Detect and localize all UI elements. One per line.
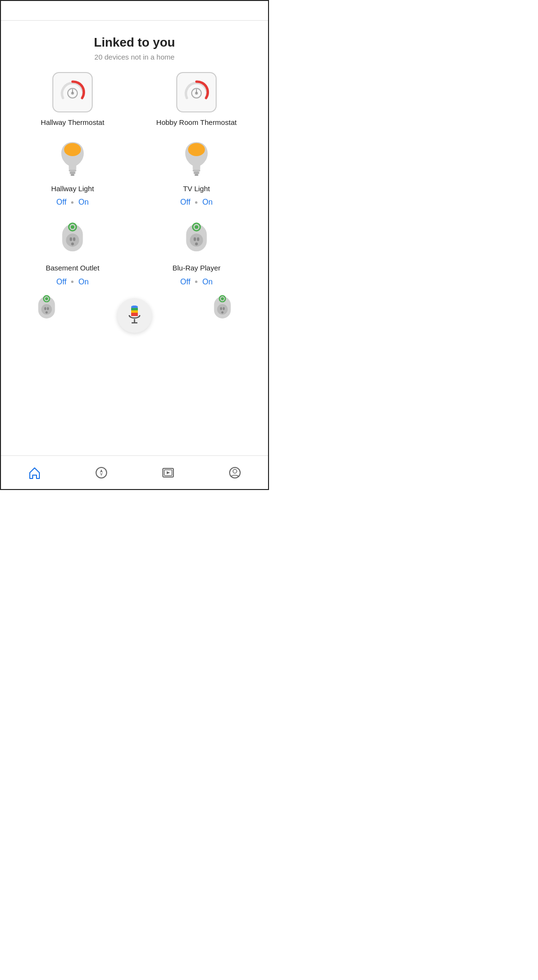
svg-point-23: [71, 243, 74, 245]
bluray-outlet-icon: [179, 218, 214, 258]
device-tv-light[interactable]: TV Light Off On: [134, 137, 258, 207]
hallway-light-dot: [71, 201, 73, 204]
hallway-light-toggle: Off On: [56, 198, 88, 207]
compass-icon: [95, 466, 108, 479]
svg-rect-51: [220, 307, 222, 310]
svg-point-16: [71, 225, 74, 229]
partial-right-outlet: [206, 291, 239, 324]
hallway-thermostat-name: Hallway Thermostat: [41, 118, 104, 127]
bluray-outlet-icon-wrap: [175, 216, 218, 259]
tv-light-on[interactable]: On: [202, 198, 212, 207]
svg-point-49: [221, 297, 224, 300]
svg-rect-36: [47, 307, 49, 310]
tv-light-icon: [179, 139, 214, 178]
svg-point-26: [195, 225, 198, 229]
basement-outlet-icon: [55, 218, 90, 258]
partial-left-outlet: [30, 291, 63, 324]
bluray-player-name: Blu-Ray Player: [172, 263, 220, 273]
device-grid: Hallway Thermostat Hobby Room Thermostat: [1, 66, 268, 286]
thermostat-icon-wrap-hobby: [175, 71, 218, 114]
svg-rect-7: [69, 169, 76, 172]
svg-point-30: [195, 243, 198, 245]
svg-rect-28: [194, 237, 196, 241]
svg-rect-35: [44, 307, 46, 310]
device-hobby-thermostat[interactable]: Hobby Room Thermostat: [134, 71, 258, 127]
device-bluray-player[interactable]: Blu-Ray Player Off On: [134, 216, 258, 286]
tv-light-dot: [195, 201, 197, 204]
svg-marker-56: [100, 473, 103, 476]
svg-marker-59: [167, 471, 170, 474]
svg-point-6: [64, 143, 81, 156]
thermostat-box-hallway: [52, 72, 93, 112]
nav-profile[interactable]: [228, 466, 242, 479]
bluray-toggle: Off On: [180, 278, 212, 286]
basement-outlet-on[interactable]: On: [78, 278, 88, 286]
bluray-off[interactable]: Off: [180, 278, 190, 286]
hallway-light-icon: [55, 139, 90, 178]
hallway-light-name: Hallway Light: [51, 184, 94, 194]
device-hallway-light[interactable]: Hallway Light Off On: [11, 137, 134, 207]
media-icon: [161, 466, 175, 479]
profile-icon: [228, 466, 242, 479]
page-subtitle: 20 devices not in a home: [11, 53, 258, 61]
page-title: Linked to you: [11, 35, 258, 50]
bluray-dot: [195, 281, 197, 283]
basement-outlet-icon-wrap: [51, 216, 94, 259]
svg-rect-22: [73, 237, 75, 241]
mic-icon: [126, 305, 143, 327]
nav-home[interactable]: [28, 466, 41, 479]
basement-outlet-dot: [71, 281, 73, 283]
basement-outlet-name: Basement Outlet: [46, 263, 99, 273]
basement-outlet-toggle: Off On: [56, 278, 88, 286]
tv-light-name: TV Light: [183, 184, 210, 194]
header: Linked to you 20 devices not in a home: [1, 21, 268, 66]
svg-rect-12: [194, 172, 199, 174]
svg-rect-45: [131, 310, 138, 313]
device-hallway-thermostat[interactable]: Hallway Thermostat: [11, 71, 134, 127]
svg-point-53: [221, 311, 224, 313]
hallway-light-on[interactable]: On: [78, 198, 88, 207]
hallway-light-off[interactable]: Off: [56, 198, 66, 207]
hallway-thermostat-icon: [58, 78, 87, 107]
bluray-on[interactable]: On: [202, 278, 212, 286]
partial-left-outlet-icon: [30, 291, 63, 324]
mic-button[interactable]: [117, 298, 152, 333]
thermostat-box-hobby: [176, 72, 217, 112]
tv-light-off[interactable]: Off: [180, 198, 190, 207]
partial-right-outlet-icon: [206, 291, 239, 324]
svg-rect-11: [193, 169, 200, 172]
nav-media[interactable]: [161, 466, 175, 479]
svg-rect-21: [70, 237, 72, 241]
svg-point-33: [45, 297, 48, 300]
nav-explore[interactable]: [95, 466, 108, 479]
hobby-thermostat-name: Hobby Room Thermostat: [156, 118, 236, 127]
svg-rect-9: [71, 174, 74, 176]
svg-point-61: [233, 469, 237, 473]
thermostat-icon-wrap: [51, 71, 94, 114]
tv-light-toggle: Off On: [180, 198, 212, 207]
svg-point-54: [96, 467, 107, 478]
hallway-light-icon-wrap: [51, 137, 94, 180]
home-icon: [28, 466, 41, 479]
svg-rect-52: [223, 307, 225, 310]
svg-rect-8: [70, 172, 75, 174]
svg-rect-13: [195, 174, 198, 176]
svg-point-10: [188, 143, 205, 156]
svg-point-37: [46, 311, 48, 313]
svg-rect-44: [131, 308, 138, 310]
basement-outlet-off[interactable]: Off: [56, 278, 66, 286]
svg-rect-46: [131, 313, 138, 316]
svg-marker-55: [100, 469, 103, 473]
device-basement-outlet[interactable]: Basement Outlet Off On: [11, 216, 134, 286]
svg-rect-43: [131, 306, 138, 308]
hobby-thermostat-icon: [182, 78, 211, 107]
bottom-nav: [1, 455, 268, 489]
svg-rect-29: [197, 237, 199, 241]
tv-light-icon-wrap: [175, 137, 218, 180]
